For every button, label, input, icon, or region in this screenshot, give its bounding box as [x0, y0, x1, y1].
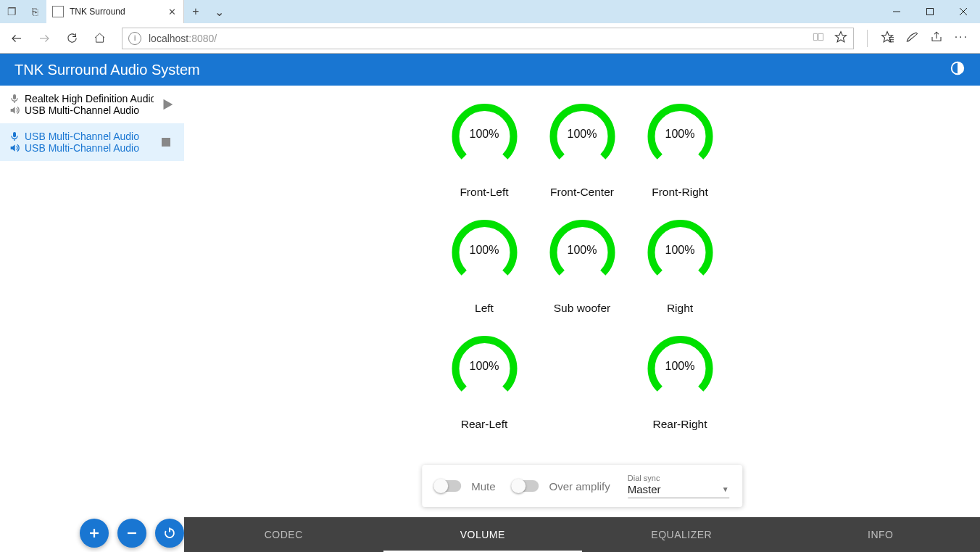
device-output-label: USB Multi-Channel Audio: [25, 142, 139, 154]
gauge-label: Rear-Right: [653, 418, 707, 431]
nav-home-button[interactable]: [87, 26, 112, 51]
reading-view-icon[interactable]: [813, 32, 824, 44]
tab-favicon-icon: [52, 6, 64, 17]
new-tab-button[interactable]: +: [184, 5, 207, 18]
chevron-down-icon: ▼: [722, 485, 729, 493]
over-amplify-toggle-label: Over amplify: [549, 480, 610, 493]
volume-gauge[interactable]: 100%Front-Right: [631, 100, 729, 210]
tab-codec[interactable]: CODEC: [184, 517, 383, 552]
site-info-icon[interactable]: i: [128, 32, 141, 45]
gauge-value: 100%: [640, 244, 720, 257]
volume-gauge[interactable]: 100%Sub woofer: [533, 216, 631, 326]
speaker-icon: [9, 142, 20, 154]
tab-equalizer[interactable]: EQUALIZER: [582, 517, 781, 552]
device-input-label: Realtek High Definition Audio: [25, 93, 154, 104]
window-controls: [880, 0, 980, 23]
svg-rect-1: [927, 9, 934, 15]
notes-icon[interactable]: [905, 30, 918, 46]
url-path: :8080/: [188, 33, 217, 44]
favorite-star-icon[interactable]: [834, 30, 847, 46]
stop-button[interactable]: [159, 136, 180, 149]
svg-marker-7: [881, 31, 892, 41]
tab-volume[interactable]: VOLUME: [383, 517, 583, 552]
bottom-tabs: CODECVOLUMEEQUALIZERINFO: [184, 517, 980, 552]
svg-rect-14: [14, 139, 14, 141]
tab-info[interactable]: INFO: [781, 517, 981, 552]
gauge-value: 100%: [640, 128, 720, 141]
microphone-icon: [9, 93, 20, 104]
gauge-grid: 100%Front-Left100%Front-Center100%Front-…: [436, 100, 729, 442]
play-button[interactable]: [159, 96, 180, 112]
device-output-label: USB Multi-Channel Audio: [25, 104, 139, 116]
mute-toggle[interactable]: [435, 480, 461, 492]
gauge-label: Right: [667, 302, 693, 315]
tab-groups-icon[interactable]: ⎘: [23, 6, 46, 17]
theme-toggle-icon[interactable]: [950, 60, 966, 80]
favorites-list-icon[interactable]: [881, 30, 894, 46]
address-bar[interactable]: i localhost:8080/: [122, 28, 854, 49]
volume-gauge[interactable]: 100%Right: [631, 216, 729, 326]
nav-forward-button[interactable]: [32, 26, 57, 51]
gauge-label: Sub woofer: [554, 302, 610, 315]
add-device-button[interactable]: [80, 519, 109, 548]
over-amplify-toggle[interactable]: [513, 480, 539, 492]
restart-button[interactable]: [155, 519, 184, 548]
volume-gauge[interactable]: 100%Front-Center: [533, 100, 631, 210]
gauge-value: 100%: [640, 360, 720, 373]
gauge-label: Front-Right: [652, 186, 708, 199]
window-titlebar: ❐ ⎘ TNK Surround ✕ + ⌄: [0, 0, 980, 23]
tabs-dropdown-icon[interactable]: ⌄: [207, 5, 231, 19]
browser-tab[interactable]: TNK Surround ✕: [46, 0, 184, 23]
volume-gauge[interactable]: 100%Left: [436, 216, 533, 326]
gauge-value: 100%: [542, 128, 622, 141]
gauge-value: 100%: [542, 244, 622, 257]
volume-gauge[interactable]: 100%Rear-Left: [436, 332, 533, 442]
volume-gauge[interactable]: 100%Front-Left: [436, 100, 533, 210]
window-close-button[interactable]: [947, 0, 980, 23]
nav-refresh-button[interactable]: [59, 26, 84, 51]
gauge-value: 100%: [444, 360, 524, 373]
url-host: localhost: [149, 33, 188, 44]
gauge-value: 100%: [444, 244, 524, 257]
app-header: TNK Surround Audio System: [0, 54, 980, 86]
remove-device-button[interactable]: [117, 519, 146, 548]
device-input-label: USB Multi-Channel Audio: [25, 131, 139, 142]
gauge-label: Rear-Left: [461, 418, 508, 431]
microphone-icon: [9, 131, 20, 142]
gauge-label: Left: [475, 302, 494, 315]
device-item[interactable]: USB Multi-Channel AudioUSB Multi-Channel…: [0, 123, 184, 161]
page-content: TNK Surround Audio System Realtek High D…: [0, 54, 980, 552]
nav-back-button[interactable]: [4, 26, 29, 51]
overlapping-windows-icon[interactable]: ❐: [0, 6, 23, 17]
tab-close-button[interactable]: ✕: [166, 7, 178, 17]
device-sidebar: Realtek High Definition AudioUSB Multi-C…: [0, 86, 184, 552]
svg-marker-6: [835, 32, 846, 42]
device-item[interactable]: Realtek High Definition AudioUSB Multi-C…: [0, 86, 184, 123]
dial-sync-select-value: Master: [628, 482, 729, 498]
svg-marker-13: [164, 99, 173, 110]
volume-gauge[interactable]: 100%Rear-Right: [631, 332, 729, 442]
controls-card: Mute Over amplify Dial sync Master ▼: [422, 465, 742, 507]
dial-sync-select-label: Dial sync: [628, 474, 729, 482]
window-maximize-button[interactable]: [913, 0, 947, 23]
svg-rect-15: [162, 138, 170, 147]
speaker-icon: [9, 104, 20, 116]
svg-rect-12: [14, 102, 14, 103]
gauge-value: 100%: [444, 128, 524, 141]
app-title: TNK Surround Audio System: [14, 62, 200, 78]
gauge-label: Front-Center: [550, 186, 614, 199]
mute-toggle-label: Mute: [471, 480, 495, 493]
window-minimize-button[interactable]: [880, 0, 913, 23]
dial-sync-select[interactable]: Dial sync Master ▼: [628, 474, 729, 498]
more-menu-icon[interactable]: ···: [955, 30, 968, 46]
tab-title: TNK Surround: [70, 7, 166, 17]
share-icon[interactable]: [930, 30, 943, 46]
browser-toolbar: i localhost:8080/ ···: [0, 23, 980, 54]
main-pane: 100%Front-Left100%Front-Center100%Front-…: [184, 86, 980, 552]
gauge-label: Front-Left: [460, 186, 508, 199]
